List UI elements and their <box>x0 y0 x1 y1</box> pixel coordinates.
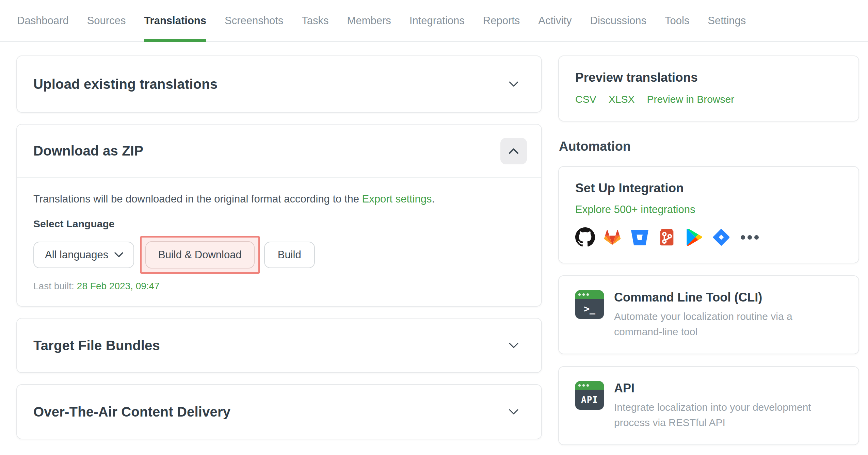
xlsx-link[interactable]: XLSX <box>609 94 635 105</box>
tab-tasks[interactable]: Tasks <box>302 0 328 41</box>
chevron-up-icon <box>509 148 519 154</box>
api-title: API <box>614 381 842 395</box>
more-integrations-icon[interactable] <box>741 235 759 240</box>
last-built-status: Last built:28 Feb 2023, 09:47 <box>33 281 525 292</box>
tab-members[interactable]: Members <box>347 0 391 41</box>
bitbucket-icon[interactable] <box>630 227 649 247</box>
preview-in-browser-link[interactable]: Preview in Browser <box>647 94 734 105</box>
chevron-down-icon[interactable] <box>509 409 519 415</box>
select-language-label: Select Language <box>33 218 525 230</box>
preview-translations-card: Preview translations CSV XLSX Preview in… <box>558 55 859 121</box>
tab-tools[interactable]: Tools <box>665 0 689 41</box>
setup-integration-title: Set Up Integration <box>575 181 842 195</box>
terminal-icon-dots <box>575 290 604 299</box>
tab-translations[interactable]: Translations <box>144 0 206 41</box>
api-icon-label: API <box>575 390 604 410</box>
tab-settings[interactable]: Settings <box>708 0 746 41</box>
cli-description: Automate your localization routine via a… <box>614 309 818 339</box>
cli-title: Command Line Tool (CLI) <box>614 290 818 305</box>
google-play-icon[interactable] <box>684 227 704 247</box>
chevron-down-icon[interactable] <box>509 81 519 87</box>
cli-card[interactable]: >_ Command Line Tool (CLI) Automate your… <box>558 275 859 354</box>
tab-screenshots[interactable]: Screenshots <box>225 0 283 41</box>
build-download-button[interactable]: Build & Download <box>145 241 255 269</box>
api-description: Integrate localization into your develop… <box>614 400 842 430</box>
git-icon[interactable] <box>657 227 677 247</box>
collapse-button[interactable] <box>500 138 527 164</box>
terminal-prompt: >_ <box>575 299 604 319</box>
tab-activity[interactable]: Activity <box>538 0 572 41</box>
download-description: Translations will be downloaded in the o… <box>33 193 525 205</box>
last-built-link[interactable]: 28 Feb 2023, 09:47 <box>77 281 160 291</box>
github-icon[interactable] <box>575 227 595 247</box>
description-text: Translations will be downloaded in the o… <box>33 193 362 205</box>
language-select-value: All languages <box>45 249 108 261</box>
description-period: . <box>432 193 435 205</box>
api-icon: API <box>575 381 604 410</box>
ota-content-delivery-panel[interactable]: Over-The-Air Content Delivery <box>16 384 542 439</box>
tab-reports[interactable]: Reports <box>483 0 520 41</box>
build-download-highlight: Build & Download <box>140 236 260 274</box>
terminal-icon: >_ <box>575 290 604 319</box>
ota-content-delivery-title: Over-The-Air Content Delivery <box>33 404 230 420</box>
gitlab-icon[interactable] <box>602 227 622 247</box>
chevron-down-icon[interactable] <box>509 342 519 348</box>
last-built-label: Last built: <box>33 281 74 291</box>
jira-icon[interactable] <box>711 227 731 247</box>
build-button[interactable]: Build <box>264 242 315 268</box>
language-select[interactable]: All languages <box>33 242 134 268</box>
tab-dashboard[interactable]: Dashboard <box>17 0 69 41</box>
download-zip-header: Download as ZIP <box>17 125 541 177</box>
translations-main-column: Upload existing translations Download as… <box>16 55 542 439</box>
export-settings-link[interactable]: Export settings <box>362 193 432 205</box>
tab-integrations[interactable]: Integrations <box>409 0 465 41</box>
upload-translations-panel[interactable]: Upload existing translations <box>16 55 542 113</box>
download-zip-title: Download as ZIP <box>33 143 143 159</box>
tab-sources[interactable]: Sources <box>87 0 126 41</box>
api-icon-dots <box>575 381 604 390</box>
sidebar: Preview translations CSV XLSX Preview in… <box>558 55 859 445</box>
tab-discussions[interactable]: Discussions <box>590 0 646 41</box>
api-card[interactable]: API API Integrate localization into your… <box>558 366 859 445</box>
download-zip-panel: Download as ZIP Translations will be dow… <box>16 124 542 307</box>
upload-panel-title: Upload existing translations <box>33 77 218 92</box>
preview-translations-title: Preview translations <box>575 70 842 85</box>
automation-heading: Automation <box>559 139 859 154</box>
target-file-bundles-title: Target File Bundles <box>33 338 160 353</box>
explore-integrations-link[interactable]: Explore 500+ integrations <box>575 204 695 216</box>
setup-integration-card: Set Up Integration Explore 500+ integrat… <box>558 166 859 263</box>
project-tabs: Dashboard Sources Translations Screensho… <box>0 0 868 42</box>
chevron-down-icon <box>114 252 123 258</box>
target-file-bundles-panel[interactable]: Target File Bundles <box>16 318 542 373</box>
csv-link[interactable]: CSV <box>575 94 596 105</box>
